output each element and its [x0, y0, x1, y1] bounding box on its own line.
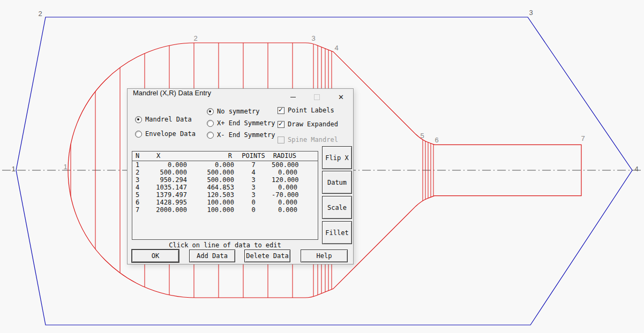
table-cell: 3 [235, 176, 272, 184]
table-cell: 3 [235, 184, 272, 191]
table-cell: 0.000 [187, 161, 235, 169]
mandrel-point-label: 5 [420, 132, 424, 140]
radio-label: Envelope Data [145, 130, 196, 138]
table-cell: 7 [132, 206, 146, 214]
radio-envelope-data[interactable]: Envelope Data [135, 130, 196, 138]
radio-label: No symmetry [217, 108, 259, 115]
table-header: N X R POINTS RADIUS [132, 152, 318, 161]
table-row[interactable]: 51379.497120.5033-70.000 [132, 191, 318, 199]
radio-icon [207, 120, 214, 127]
table-cell: 0 [235, 199, 272, 206]
minimize-icon [290, 97, 296, 97]
column-header: POINTS [235, 152, 272, 161]
checkbox-icon [278, 121, 284, 128]
ok-button[interactable]: OK [132, 249, 179, 262]
table-cell: 120.000 [272, 176, 318, 184]
table-cell: 100.000 [187, 199, 235, 206]
table-cell: 4 [235, 169, 272, 176]
table-cell: 500.000 [146, 169, 187, 176]
maximize-button [305, 89, 329, 105]
table-cell: 120.503 [187, 191, 235, 199]
mandrel-point-label: 2 [193, 34, 197, 42]
table-cell: 6 [132, 199, 146, 206]
dialog-titlebar[interactable]: Mandrel (X,R) Data Entry ✕ [128, 89, 353, 105]
mandrel-point-label: 1 [63, 163, 67, 171]
checkbox-point-labels[interactable]: Point Labels [278, 107, 334, 114]
help-button[interactable]: Help [301, 249, 348, 262]
table-cell: 100.000 [187, 206, 235, 214]
maximize-icon [314, 94, 320, 100]
envelope-point-label: 2 [38, 10, 42, 18]
table-cell: -70.000 [272, 191, 318, 199]
radio-icon [135, 131, 142, 138]
table-cell: 0.000 [146, 161, 187, 169]
table-cell: 1 [132, 161, 146, 169]
table-cell: 3 [235, 191, 272, 199]
add-data-button[interactable]: Add Data [189, 249, 235, 262]
scale-button[interactable]: Scale [322, 196, 352, 219]
delete-data-button[interactable]: Delete Data [244, 249, 290, 262]
table-cell: 0.000 [272, 199, 318, 206]
table-row[interactable]: 3950.294500.0003120.000 [132, 176, 318, 184]
table-row[interactable]: 41035.147464.85330.000 [132, 184, 318, 191]
checkbox-icon [278, 107, 284, 114]
data-table: N X R POINTS RADIUS 10.0000.0007500.0002… [132, 151, 318, 240]
column-header: X [146, 152, 187, 161]
checkbox-spine-mandrel: Spine Mandrel [278, 136, 338, 143]
column-header: R [187, 152, 235, 161]
mandrel-point-label: 4 [334, 44, 338, 52]
column-header: RADIUS [272, 152, 318, 161]
flip-x-button[interactable]: Flip X [322, 146, 352, 169]
radio-label: X+ End Symmetry [217, 119, 275, 127]
dialog-title: Mandrel (X,R) Data Entry [133, 89, 211, 97]
radio-xminus-end-symmetry[interactable]: X- End Symmetry [207, 131, 275, 139]
table-cell: 1379.497 [146, 191, 187, 199]
mandrel-data-entry-dialog: Mandrel (X,R) Data Entry ✕ Mandrel Data … [127, 88, 354, 264]
table-cell: 500.000 [272, 161, 318, 169]
table-row[interactable]: 2500.000500.00040.000 [132, 169, 318, 176]
table-cell: 1428.995 [146, 199, 187, 206]
radio-no-symmetry[interactable]: No symmetry [207, 108, 259, 115]
datum-button[interactable]: Datum [322, 171, 352, 194]
mandrel-point-label: 6 [435, 136, 438, 144]
table-cell: 0.000 [272, 206, 318, 214]
radio-icon [207, 132, 214, 139]
table-cell: 500.000 [187, 169, 235, 176]
radio-xplus-end-symmetry[interactable]: X+ End Symmetry [207, 119, 275, 127]
envelope-point-label: 3 [529, 9, 533, 17]
checkbox-label: Spine Mandrel [288, 136, 338, 143]
table-cell: 0.000 [272, 184, 318, 191]
table-cell: 7 [235, 161, 272, 169]
envelope-point-label: 4 [634, 165, 638, 173]
mandrel-point-label: 7 [581, 134, 585, 142]
table-cell: 500.000 [187, 176, 235, 184]
table-cell: 950.294 [146, 176, 187, 184]
table-cell: 5 [132, 191, 146, 199]
table-cell: 0.000 [272, 169, 318, 176]
close-button[interactable]: ✕ [329, 89, 353, 105]
table-cell: 3 [132, 176, 146, 184]
window-controls: ✕ [281, 89, 353, 105]
table-cell: 1035.147 [146, 184, 187, 191]
radio-icon [135, 116, 142, 123]
column-header: N [132, 152, 146, 161]
radio-icon [207, 108, 214, 115]
table-cell: 4 [132, 184, 146, 191]
radio-label: X- End Symmetry [217, 131, 275, 139]
table-cell: 2000.000 [146, 206, 187, 214]
table-row[interactable]: 72000.000100.00000.000 [132, 206, 318, 214]
checkbox-draw-expanded[interactable]: Draw Expanded [278, 120, 338, 128]
fillet-button[interactable]: Fillet [322, 221, 352, 244]
mandrel-point-label: 3 [311, 34, 315, 42]
table-cell: 0 [235, 206, 272, 214]
table-row[interactable]: 61428.995100.00000.000 [132, 199, 318, 206]
radio-label: Mandrel Data [145, 116, 192, 123]
envelope-point-label: 1 [11, 165, 15, 173]
table-cell: 464.853 [187, 184, 235, 191]
radio-mandrel-data[interactable]: Mandrel Data [135, 116, 192, 123]
checkbox-label: Point Labels [288, 107, 334, 114]
table-row[interactable]: 10.0000.0007500.000 [132, 161, 318, 169]
minimize-button[interactable] [281, 89, 305, 105]
close-icon: ✕ [338, 93, 344, 101]
table-cell: 2 [132, 169, 146, 176]
